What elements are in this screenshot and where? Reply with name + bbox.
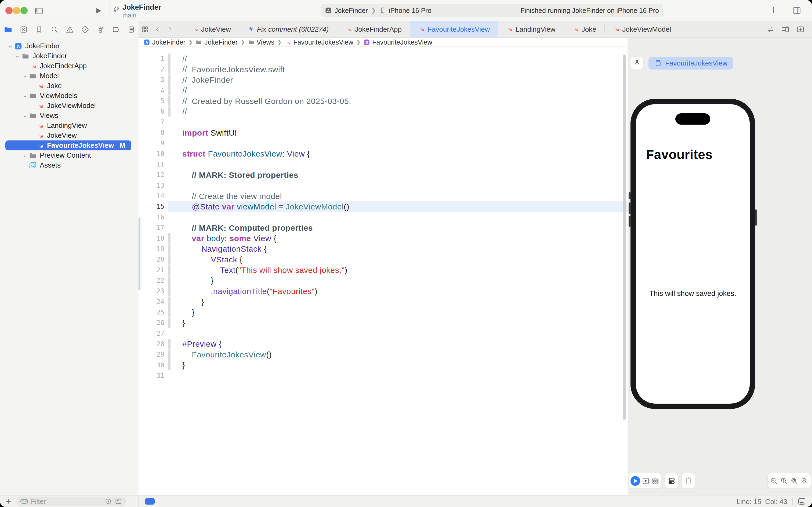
code-line-29[interactable]: 29 FavouriteJokesView() — [138, 349, 628, 360]
disclosure-closed-icon[interactable]: › — [22, 152, 27, 158]
tree-item-views[interactable]: ⌄Views — [0, 111, 138, 121]
breadcrumb-item[interactable]: AJokeFinder — [143, 39, 185, 46]
navigator-tab-warning-icon[interactable] — [66, 25, 74, 34]
recent-files-icon[interactable] — [105, 498, 112, 505]
code-line-9[interactable]: 9 — [138, 138, 628, 149]
line-number[interactable]: 7 — [138, 118, 168, 126]
code-line-24[interactable]: 24 } — [138, 296, 628, 307]
disclosure-open-icon[interactable]: ⌄ — [7, 42, 13, 49]
line-number[interactable]: 26 — [138, 319, 168, 327]
code-line-26[interactable]: 26} — [138, 318, 628, 328]
code-line-1[interactable]: 1// — [138, 53, 628, 64]
navigator-filter-field[interactable]: Filter — [17, 497, 126, 506]
zoom-fit-button[interactable] — [790, 477, 798, 485]
code-content[interactable]: 1//2// FavouriteJokesView.swift3// JokeF… — [138, 53, 628, 381]
line-number[interactable]: 23 — [138, 287, 168, 295]
disclosure-open-icon[interactable]: ⌄ — [15, 52, 20, 59]
code-line-16[interactable]: 16 — [138, 212, 628, 222]
selectable-mode-icon[interactable] — [642, 477, 650, 485]
breadcrumb-item[interactable]: JokeFinder — [195, 39, 238, 46]
code-line-21[interactable]: 21 Text("This will show saved jokes.") — [138, 265, 628, 275]
code-line-28[interactable]: 28#Preview { — [138, 339, 628, 349]
disclosure-open-icon[interactable]: ⌄ — [22, 91, 27, 99]
code-line-6[interactable]: 6// — [138, 106, 628, 117]
navigator-tab-folder-icon[interactable] — [4, 25, 12, 34]
add-filter-button[interactable]: + — [6, 497, 11, 506]
tree-item-landingview[interactable]: LandingView — [0, 121, 138, 130]
zoom-in-button[interactable] — [801, 477, 809, 485]
line-number[interactable]: 22 — [138, 277, 168, 284]
preview-device-chip[interactable]: FavouriteJokesView — [648, 57, 733, 69]
code-line-13[interactable]: 13 — [138, 180, 628, 191]
line-number[interactable]: 21 — [138, 266, 168, 274]
code-line-14[interactable]: 14 // Create the view model — [138, 191, 628, 201]
panel-left-toggle-icon[interactable] — [35, 6, 44, 15]
tab-landingview[interactable]: LandingView — [498, 21, 563, 37]
code-line-23[interactable]: 23 .navigationTitle("Favourites") — [138, 286, 628, 296]
variants-mode-icon[interactable] — [651, 477, 659, 485]
line-number[interactable]: 30 — [138, 361, 168, 369]
tree-item-preview-content[interactable]: ›Preview Content — [0, 150, 138, 160]
code-line-4[interactable]: 4// — [138, 85, 628, 96]
run-button[interactable] — [95, 7, 102, 14]
line-number[interactable]: 14 — [138, 192, 168, 200]
tree-item-jokeviewmodel[interactable]: JokeViewModel — [0, 101, 138, 111]
line-number[interactable]: 8 — [138, 129, 168, 136]
zoom-one-button[interactable]: 1 — [780, 477, 788, 485]
navigate-back-icon[interactable] — [154, 26, 161, 33]
breadcrumb-item[interactable]: SFavouriteJokesView — [363, 39, 432, 46]
tab-jokeviewmodel[interactable]: JokeViewModel — [605, 21, 679, 37]
pin-preview-button[interactable] — [631, 57, 643, 69]
breadcrumb-item[interactable]: FavouriteJokesView — [284, 39, 353, 46]
editor-bottom-panel-icon[interactable] — [798, 497, 806, 506]
line-number[interactable]: 10 — [138, 150, 168, 158]
code-line-17[interactable]: 17 // MARK: Computed properties — [138, 223, 628, 233]
line-number[interactable]: 28 — [138, 340, 168, 348]
swap-icon[interactable] — [766, 25, 774, 33]
line-number[interactable]: 18 — [138, 235, 168, 242]
tree-item-jokefinder[interactable]: ⌄AJokeFinder — [0, 41, 138, 51]
tree-item-jokefinder[interactable]: ⌄JokeFinder — [0, 51, 138, 61]
disclosure-open-icon[interactable]: ⌄ — [22, 71, 27, 79]
source-editor[interactable]: 1//2// FavouriteJokesView.swift3// JokeF… — [138, 47, 628, 495]
device-icon[interactable] — [685, 477, 693, 485]
tree-item-jokeview[interactable]: JokeView — [0, 130, 138, 140]
breakpoints-toggle[interactable] — [145, 498, 155, 505]
code-line-31[interactable]: 31 — [138, 370, 628, 381]
code-line-22[interactable]: 22 } — [138, 275, 628, 286]
disclosure-open-icon[interactable]: ⌄ — [22, 111, 27, 119]
tab-fix-comment-6f02274-[interactable]: #Fix comment (6f02274) — [239, 21, 337, 37]
line-number[interactable]: 12 — [138, 171, 168, 179]
tree-item-assets[interactable]: Assets — [0, 160, 138, 170]
line-number[interactable]: 4 — [138, 87, 168, 94]
editor-scrollbar[interactable] — [623, 55, 626, 420]
navigator-tab-spray-icon[interactable] — [97, 25, 105, 34]
library-plus-button[interactable] — [769, 6, 777, 14]
code-line-30[interactable]: 30} — [138, 360, 628, 370]
close-window-button[interactable] — [5, 7, 13, 14]
line-number[interactable]: 24 — [138, 298, 168, 305]
source-control-status-icon[interactable] — [115, 498, 122, 505]
line-number[interactable]: 9 — [138, 139, 168, 147]
add-editor-icon[interactable] — [797, 25, 805, 33]
line-number[interactable]: 13 — [138, 182, 168, 189]
line-number[interactable]: 31 — [138, 372, 168, 380]
code-line-12[interactable]: 12 // MARK: Stored properties — [138, 170, 628, 180]
line-number[interactable]: 25 — [138, 308, 168, 316]
code-line-11[interactable]: 11 — [138, 159, 628, 169]
live-preview-button[interactable] — [631, 476, 640, 486]
code-line-20[interactable]: 20 VStack { — [138, 254, 628, 265]
line-number[interactable]: 5 — [138, 97, 168, 105]
line-number[interactable]: 3 — [138, 76, 168, 83]
code-line-10[interactable]: 10struct FavouriteJokesView: View { — [138, 149, 628, 159]
line-number[interactable]: 20 — [138, 256, 168, 263]
navigator-tab-search-icon[interactable] — [51, 25, 59, 34]
code-line-18[interactable]: 18 var body: some View { — [138, 233, 628, 243]
tab-joke[interactable]: Joke — [564, 21, 604, 37]
line-number[interactable]: 27 — [138, 330, 168, 337]
code-line-3[interactable]: 3// JokeFinder — [138, 75, 628, 85]
activity-status-bar[interactable]: A JokeFinder ❯ iPhone 16 Pro Finished ru… — [321, 4, 663, 17]
navigator-tab-bookmark-icon[interactable] — [35, 25, 43, 34]
code-line-25[interactable]: 25 } — [138, 307, 628, 318]
minimize-window-button[interactable] — [13, 7, 20, 14]
